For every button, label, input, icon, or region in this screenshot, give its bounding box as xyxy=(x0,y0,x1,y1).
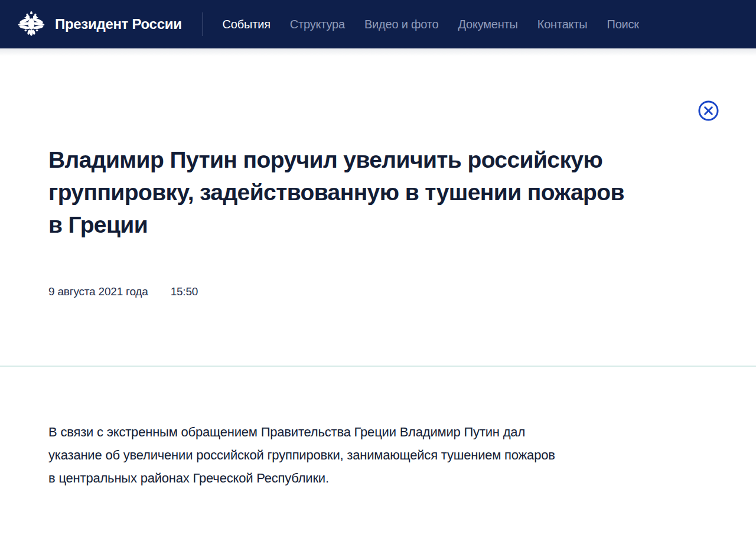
brand-home-link[interactable]: Президент России xyxy=(18,10,182,38)
site-title[interactable]: Президент России xyxy=(55,16,182,32)
top-navbar: Президент России События Структура Видео… xyxy=(0,0,756,48)
navbar-divider xyxy=(203,12,203,36)
nav-item-documents[interactable]: Документы xyxy=(458,18,517,31)
article-meta: 9 августа 2021 года 15:50 xyxy=(48,285,198,298)
main-nav: События Структура Видео и фото Документы… xyxy=(223,18,639,31)
article-title: Владимир Путин поручил увеличить российс… xyxy=(48,144,686,241)
nav-item-events[interactable]: События xyxy=(223,18,271,31)
nav-item-video-photo[interactable]: Видео и фото xyxy=(364,18,439,31)
section-divider xyxy=(0,366,756,367)
nav-item-contacts[interactable]: Контакты xyxy=(537,18,588,31)
article-time: 15:50 xyxy=(171,285,198,298)
close-button[interactable] xyxy=(698,100,719,122)
article-body: В связи с экстренным обращением Правител… xyxy=(48,420,698,490)
navbar-shadow xyxy=(0,48,756,56)
article-date: 9 августа 2021 года xyxy=(48,285,148,298)
nav-item-search[interactable]: Поиск xyxy=(607,18,638,31)
russia-coat-of-arms-icon xyxy=(18,10,45,38)
nav-item-structure[interactable]: Структура xyxy=(290,18,345,31)
close-icon xyxy=(698,100,719,122)
